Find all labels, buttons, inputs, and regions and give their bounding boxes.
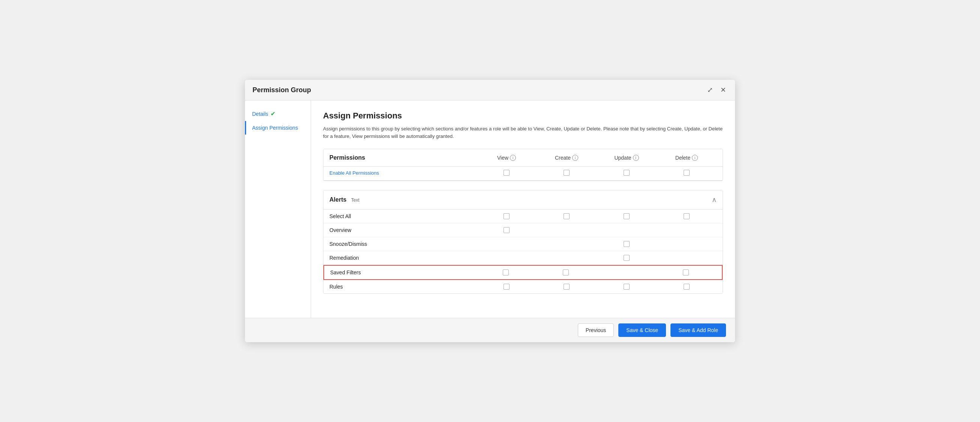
rules-view-cell	[476, 284, 536, 290]
snooze-update-cell	[597, 241, 657, 247]
alerts-section-title: Alerts	[329, 197, 346, 203]
create-info-icon[interactable]: i	[572, 155, 578, 161]
table-row: Rules	[323, 280, 722, 293]
sidebar-item-details[interactable]: Details ✔	[245, 106, 311, 121]
assign-permissions-description: Assign permissions to this group by sele…	[323, 125, 723, 140]
view-info-icon[interactable]: i	[510, 155, 516, 161]
rules-create-checkbox[interactable]	[563, 284, 570, 290]
rules-delete-checkbox[interactable]	[684, 284, 690, 290]
modal-header: Permission Group ⤢ ✕	[245, 80, 735, 100]
alerts-title-group: Alerts Text	[329, 197, 360, 203]
previous-button[interactable]: Previous	[578, 324, 614, 337]
delete-all-checkbox-cell	[657, 170, 717, 176]
table-row: Snooze/Dismiss	[323, 237, 722, 251]
update-col-label: Update	[614, 155, 631, 161]
select-all-view-cell	[476, 213, 536, 219]
rules-create-cell	[536, 284, 597, 290]
overview-view-checkbox[interactable]	[504, 227, 509, 233]
sidebar: Details ✔ Assign Permissions	[245, 100, 311, 318]
rules-delete-cell	[657, 284, 717, 290]
overview-view-cell	[476, 227, 536, 233]
rules-update-checkbox[interactable]	[624, 284, 630, 290]
update-info-icon[interactable]: i	[633, 155, 639, 161]
select-all-update-checkbox[interactable]	[624, 213, 630, 219]
alerts-collapse-icon[interactable]: ∧	[712, 196, 717, 204]
modal-body: Details ✔ Assign Permissions Assign Perm…	[245, 100, 735, 318]
close-button[interactable]: ✕	[719, 85, 727, 95]
saved-filters-view-cell	[476, 270, 536, 276]
details-check-icon: ✔	[270, 110, 275, 117]
enable-all-link[interactable]: Enable All Permissions	[329, 170, 476, 176]
assign-permissions-title: Assign Permissions	[323, 111, 723, 121]
rules-update-cell	[597, 284, 657, 290]
permission-group-modal: Permission Group ⤢ ✕ Details ✔ Assign Pe…	[245, 80, 735, 342]
view-all-checkbox[interactable]	[504, 170, 509, 176]
sidebar-item-assign-permissions[interactable]: Assign Permissions	[245, 121, 311, 135]
delete-col-header: Delete i	[657, 155, 717, 161]
alerts-section: Alerts Text ∧ Select All	[323, 190, 723, 294]
saved-filters-create-checkbox[interactable]	[563, 270, 569, 276]
select-all-create-checkbox[interactable]	[563, 213, 570, 219]
expand-button[interactable]: ⤢	[706, 85, 714, 95]
sidebar-item-details-label: Details	[252, 111, 268, 117]
update-all-checkbox-cell	[597, 170, 657, 176]
saved-filters-create-cell	[536, 270, 596, 276]
modal-footer: Previous Save & Close Save & Add Role	[245, 318, 735, 342]
snooze-update-checkbox[interactable]	[624, 241, 630, 247]
create-all-checkbox-cell	[536, 170, 597, 176]
saved-filters-label: Saved Filters	[330, 270, 476, 276]
alerts-section-header: Alerts Text ∧	[323, 190, 722, 209]
delete-info-icon[interactable]: i	[692, 155, 698, 161]
permissions-table: Permissions View i Create i Update i De	[323, 149, 723, 181]
create-col-header: Create i	[536, 155, 597, 161]
rules-label: Rules	[329, 284, 476, 290]
table-row: Select All	[323, 209, 722, 224]
modal-header-actions: ⤢ ✕	[706, 85, 727, 95]
permissions-table-header: Permissions View i Create i Update i De	[323, 149, 722, 167]
saved-filters-delete-checkbox[interactable]	[683, 270, 689, 276]
save-add-role-button[interactable]: Save & Add Role	[670, 324, 726, 337]
select-all-delete-cell	[657, 213, 717, 219]
update-col-header: Update i	[597, 155, 657, 161]
select-all-update-cell	[597, 213, 657, 219]
row-label: Remediation	[329, 255, 476, 261]
save-close-button[interactable]: Save & Close	[618, 324, 666, 337]
saved-filters-row: Saved Filters	[323, 265, 722, 280]
remediation-update-cell	[597, 255, 657, 261]
main-content: Assign Permissions Assign permissions to…	[311, 100, 735, 318]
row-label: Snooze/Dismiss	[329, 241, 476, 247]
create-col-label: Create	[555, 155, 571, 161]
permissions-label: Permissions	[329, 154, 476, 161]
table-row: Overview	[323, 224, 722, 237]
view-col-label: View	[497, 155, 508, 161]
delete-col-label: Delete	[675, 155, 690, 161]
table-row: Remediation	[323, 251, 722, 265]
alerts-text-badge: Text	[351, 198, 360, 203]
enable-all-row: Enable All Permissions	[323, 167, 722, 181]
select-all-create-cell	[536, 213, 597, 219]
modal-title: Permission Group	[253, 86, 311, 94]
select-all-view-checkbox[interactable]	[504, 213, 509, 219]
view-col-header: View i	[476, 155, 536, 161]
rules-view-checkbox[interactable]	[504, 284, 509, 290]
view-all-checkbox-cell	[476, 170, 536, 176]
sidebar-item-assign-permissions-label: Assign Permissions	[252, 125, 298, 131]
create-all-checkbox[interactable]	[563, 170, 570, 176]
remediation-update-checkbox[interactable]	[624, 255, 630, 261]
saved-filters-delete-cell	[656, 270, 716, 276]
saved-filters-view-checkbox[interactable]	[503, 270, 509, 276]
update-all-checkbox[interactable]	[624, 170, 630, 176]
delete-all-checkbox[interactable]	[684, 170, 690, 176]
select-all-delete-checkbox[interactable]	[684, 213, 690, 219]
row-label: Overview	[329, 227, 476, 233]
row-label: Select All	[329, 213, 476, 219]
